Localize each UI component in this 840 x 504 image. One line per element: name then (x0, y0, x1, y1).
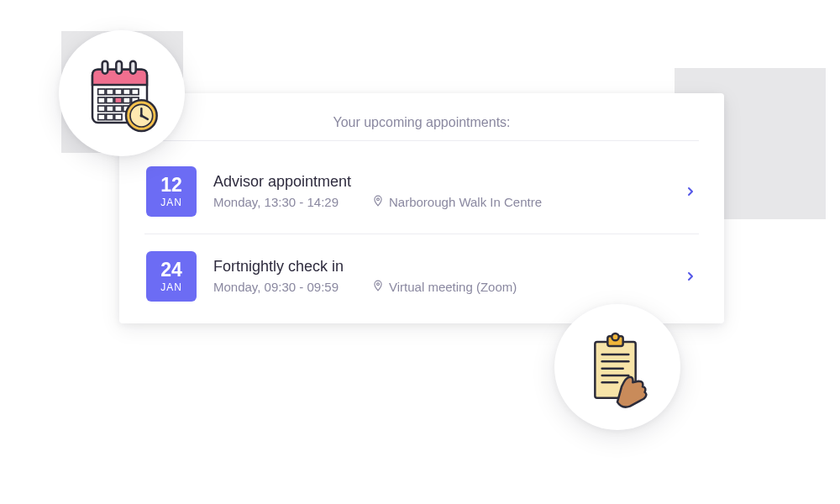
svg-point-28 (140, 114, 144, 118)
svg-rect-14 (123, 97, 130, 103)
date-day: 24 (160, 260, 182, 280)
svg-rect-5 (130, 61, 136, 74)
location-pin-icon (372, 279, 384, 295)
svg-rect-8 (115, 89, 122, 95)
svg-rect-18 (115, 106, 122, 112)
appointment-subtitle: Monday, 13:30 - 14:29 Narborough Walk In… (213, 194, 675, 210)
appointment-location-text: Narborough Walk In Centre (389, 195, 542, 209)
svg-rect-7 (107, 89, 113, 95)
appointment-row[interactable]: 12 JAN Advisor appointment Monday, 13:30… (144, 150, 699, 234)
date-day: 12 (160, 176, 182, 195)
svg-point-31 (612, 333, 618, 340)
svg-rect-9 (123, 89, 130, 95)
svg-rect-6 (98, 89, 105, 95)
svg-rect-16 (98, 106, 105, 112)
svg-rect-13 (115, 97, 122, 103)
appointment-subtitle: Monday, 09:30 - 09:59 Virtual meeting (Z… (213, 279, 675, 295)
appointment-time: Monday, 09:30 - 09:59 (213, 280, 339, 294)
date-month: JAN (160, 197, 182, 208)
calendar-clock-icon (59, 30, 185, 156)
svg-rect-23 (115, 114, 122, 120)
chevron-right-icon (684, 270, 697, 283)
svg-rect-4 (116, 61, 122, 74)
appointments-card: Your upcoming appointments: 12 JAN Advis… (119, 93, 724, 323)
svg-rect-21 (98, 114, 105, 120)
chevron-right-icon (684, 185, 697, 198)
card-title: Your upcoming appointments: (144, 115, 699, 141)
date-badge: 24 JAN (146, 251, 197, 302)
appointment-title: Advisor appointment (213, 173, 675, 191)
svg-rect-17 (107, 106, 113, 112)
date-month: JAN (160, 281, 182, 293)
appointment-location: Virtual meeting (Zoom) (372, 279, 517, 295)
svg-point-0 (377, 198, 380, 201)
svg-rect-3 (102, 61, 108, 74)
appointment-main: Fortnightly check in Monday, 09:30 - 09:… (213, 258, 675, 295)
location-pin-icon (372, 194, 384, 210)
svg-rect-11 (98, 97, 105, 103)
appointment-main: Advisor appointment Monday, 13:30 - 14:2… (213, 173, 675, 210)
appointment-location: Narborough Walk In Centre (372, 194, 542, 210)
appointment-time: Monday, 13:30 - 14:29 (213, 195, 339, 209)
svg-rect-12 (107, 97, 113, 103)
appointment-location-text: Virtual meeting (Zoom) (389, 280, 517, 294)
svg-rect-22 (107, 114, 113, 120)
svg-rect-10 (132, 89, 139, 95)
clipboard-hand-icon (554, 304, 680, 430)
svg-point-1 (377, 283, 380, 286)
appointment-title: Fortnightly check in (213, 258, 675, 276)
appointment-row[interactable]: 24 JAN Fortnightly check in Monday, 09:3… (144, 234, 699, 307)
date-badge: 12 JAN (146, 166, 197, 217)
